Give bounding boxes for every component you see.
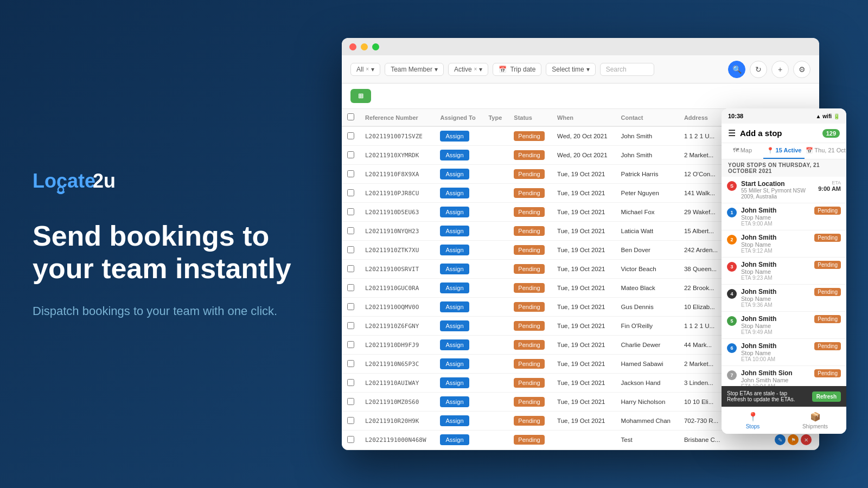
nav-stops[interactable]: 📍 Stops: [722, 407, 784, 434]
mobile-title: Add a stop: [740, 129, 782, 138]
status-badge: Pending: [514, 397, 544, 407]
row-checkbox[interactable]: [347, 360, 354, 367]
filter-active-close[interactable]: ×: [474, 66, 477, 72]
toast-refresh-button[interactable]: Refresh: [812, 391, 841, 402]
search-box[interactable]: Search: [600, 63, 654, 76]
browser-close-dot[interactable]: [349, 43, 356, 50]
row-checkbox[interactable]: [347, 284, 354, 291]
stop-dot: 3: [727, 262, 737, 272]
status-badge: Pending: [514, 169, 544, 179]
row-checkbox[interactable]: [347, 170, 354, 177]
delete-icon[interactable]: ✕: [801, 434, 812, 445]
start-eta-time: 9:00 AM: [818, 185, 841, 192]
assign-button[interactable]: Assign: [440, 415, 469, 426]
row-checkbox[interactable]: [347, 132, 354, 139]
assign-button[interactable]: Assign: [440, 282, 469, 293]
when-cell: Tue, 19 Oct 2021: [552, 279, 615, 298]
row-checkbox-cell: [342, 222, 360, 241]
type-cell: [483, 203, 508, 222]
row-checkbox[interactable]: [347, 417, 354, 424]
tab-active[interactable]: 📍 15 Active: [763, 143, 805, 159]
start-loc-right: ETA 9:00 AM: [818, 180, 841, 192]
type-cell: [483, 279, 508, 298]
assign-button[interactable]: Assign: [440, 150, 469, 160]
ref-number-cell: L20211910071SVZE: [360, 126, 435, 146]
wifi-icon: wifi: [822, 113, 832, 119]
assign-button[interactable]: Assign: [440, 339, 469, 350]
assign-button[interactable]: Assign: [440, 131, 469, 142]
row-checkbox-cell: [342, 412, 360, 431]
row-checkbox[interactable]: [347, 341, 354, 348]
row-checkbox[interactable]: [347, 436, 354, 443]
add-icon-btn[interactable]: +: [771, 61, 789, 78]
ref-number-cell: L20211910D5EU63: [360, 203, 435, 222]
dispatch-button[interactable]: ⊞: [350, 89, 371, 103]
filter-team-member[interactable]: Team Member ▾: [385, 63, 444, 76]
table-row: L20221191002KXXA Assign Pending John Smi…: [342, 450, 819, 451]
type-cell: [483, 146, 508, 165]
browser-minimize-dot[interactable]: [361, 43, 368, 50]
row-checkbox[interactable]: [347, 208, 354, 215]
row-checkbox[interactable]: [347, 189, 354, 196]
type-cell: [483, 126, 508, 146]
row-checkbox-cell: [342, 203, 360, 222]
mobile-overlay: 10:38 ▲ wifi 🔋 ☰ Add a stop 129 🗺: [722, 108, 846, 434]
assigned-to-cell: Assign: [435, 146, 483, 165]
tab-map[interactable]: 🗺 Map: [722, 143, 763, 159]
settings-icon-btn[interactable]: ⚙: [793, 61, 810, 78]
filter-active[interactable]: Active × ▾: [448, 63, 489, 76]
assign-button[interactable]: Assign: [440, 396, 469, 407]
stop-contact-name: John Smith Sion: [741, 369, 810, 377]
browser-maximize-dot[interactable]: [372, 43, 379, 50]
assign-button[interactable]: Assign: [440, 358, 469, 369]
mobile-date-header: YOUR STOPS ON THURSDAY, 21 OCTOBER 2021: [722, 159, 846, 177]
assign-button[interactable]: Assign: [440, 245, 469, 255]
type-cell: [483, 260, 508, 279]
when-cell: Tue, 19 Oct 2021: [552, 203, 615, 222]
assign-button[interactable]: Assign: [440, 207, 469, 217]
edit-icon[interactable]: ✎: [775, 434, 786, 445]
row-checkbox[interactable]: [347, 379, 354, 386]
contact-cell: Charlie Dewer: [616, 336, 679, 355]
row-checkbox[interactable]: [347, 246, 354, 253]
row-checkbox[interactable]: [347, 398, 354, 405]
assign-button[interactable]: Assign: [440, 169, 469, 179]
when-cell: Tue, 19 Oct 2021: [552, 317, 615, 336]
row-checkbox-cell: [342, 126, 360, 146]
assign-button[interactable]: Assign: [440, 434, 469, 445]
stop-dot: 4: [727, 289, 737, 299]
assign-button[interactable]: Assign: [440, 226, 469, 236]
ref-number-cell: L20211910OSRVIT: [360, 260, 435, 279]
filter-all-close[interactable]: ×: [366, 66, 369, 72]
assign-button[interactable]: Assign: [440, 377, 469, 388]
row-checkbox[interactable]: [347, 322, 354, 329]
when-cell: Tue, 19 Oct 2021: [552, 222, 615, 241]
assign-button[interactable]: Assign: [440, 264, 469, 274]
row-checkbox[interactable]: [347, 227, 354, 234]
row-checkbox-cell: [342, 279, 360, 298]
search-icon-btn[interactable]: 🔍: [728, 61, 745, 78]
ref-number-cell: L20211910GUC0RA: [360, 279, 435, 298]
contact-cell: Ben Dover: [616, 241, 679, 260]
row-checkbox-cell: [342, 298, 360, 317]
stop-status-badge: Pending: [814, 369, 841, 377]
filter-trip-date[interactable]: 📅 Trip date: [493, 63, 541, 76]
filter-all[interactable]: All × ▾: [350, 63, 380, 76]
row-checkbox[interactable]: [347, 151, 354, 158]
row-checkbox[interactable]: [347, 303, 354, 310]
battery-icon: 🔋: [833, 113, 840, 119]
filter-select-time[interactable]: Select time ▾: [546, 63, 595, 76]
select-all-checkbox[interactable]: [347, 113, 354, 120]
nav-shipments[interactable]: 📦 Shipments: [784, 407, 846, 434]
tab-date[interactable]: 📅 Thu, 21 Oct: [805, 143, 846, 159]
hamburger-icon[interactable]: ☰: [728, 128, 736, 138]
flag-icon[interactable]: ⚑: [788, 434, 799, 445]
assign-button[interactable]: Assign: [440, 301, 469, 312]
refresh-icon-btn[interactable]: ↻: [750, 61, 767, 78]
row-checkbox[interactable]: [347, 265, 354, 272]
start-loc-name: Start Location: [741, 180, 814, 188]
status-badge: Pending: [514, 264, 544, 274]
assign-button[interactable]: Assign: [440, 320, 469, 331]
assign-button[interactable]: Assign: [440, 188, 469, 198]
row-checkbox-cell: [342, 374, 360, 393]
